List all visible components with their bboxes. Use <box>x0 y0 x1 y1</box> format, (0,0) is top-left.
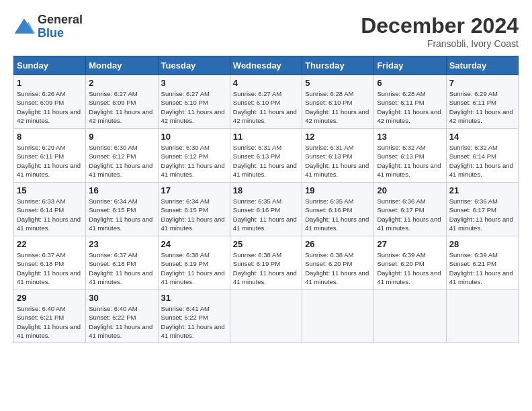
day-info: Sunrise: 6:35 AM Sunset: 6:16 PM Dayligh… <box>233 197 299 232</box>
day-info: Sunrise: 6:28 AM Sunset: 6:11 PM Dayligh… <box>377 89 443 125</box>
calendar-cell: 26 Sunrise: 6:38 AM Sunset: 6:20 PM Dayl… <box>302 236 374 290</box>
calendar-cell: 8 Sunrise: 6:29 AM Sunset: 6:11 PM Dayli… <box>14 129 86 183</box>
day-number: 20 <box>377 185 443 195</box>
day-info: Sunrise: 6:30 AM Sunset: 6:12 PM Dayligh… <box>161 143 227 179</box>
calendar-cell <box>230 290 302 343</box>
calendar-cell: 15 Sunrise: 6:33 AM Sunset: 6:14 PM Dayl… <box>14 183 86 236</box>
day-info: Sunrise: 6:40 AM Sunset: 6:21 PM Dayligh… <box>17 304 83 340</box>
day-info: Sunrise: 6:27 AM Sunset: 6:09 PM Dayligh… <box>89 89 154 125</box>
day-number: 22 <box>17 239 83 249</box>
day-info: Sunrise: 6:30 AM Sunset: 6:12 PM Dayligh… <box>89 143 154 179</box>
day-number: 15 <box>17 185 83 195</box>
calendar-cell: 23 Sunrise: 6:37 AM Sunset: 6:18 PM Dayl… <box>86 236 158 290</box>
calendar-cell: 9 Sunrise: 6:30 AM Sunset: 6:12 PM Dayli… <box>86 129 158 183</box>
title-section: December 2024 Fransobli, Ivory Coast <box>361 13 519 49</box>
day-number: 18 <box>233 185 299 195</box>
day-number: 9 <box>89 132 154 142</box>
calendar-cell: 11 Sunrise: 6:31 AM Sunset: 6:13 PM Dayl… <box>230 129 302 183</box>
day-info: Sunrise: 6:34 AM Sunset: 6:15 PM Dayligh… <box>161 197 227 232</box>
day-info: Sunrise: 6:36 AM Sunset: 6:17 PM Dayligh… <box>377 197 443 232</box>
day-number: 12 <box>305 132 371 142</box>
day-number: 17 <box>161 185 227 195</box>
day-number: 6 <box>377 78 443 88</box>
day-number: 16 <box>89 185 154 195</box>
day-number: 27 <box>377 239 443 249</box>
calendar-cell: 17 Sunrise: 6:34 AM Sunset: 6:15 PM Dayl… <box>158 183 230 236</box>
day-number: 4 <box>233 78 299 88</box>
day-info: Sunrise: 6:35 AM Sunset: 6:16 PM Dayligh… <box>305 197 371 232</box>
weekday-header: Thursday <box>302 56 374 75</box>
calendar-cell: 29 Sunrise: 6:40 AM Sunset: 6:21 PM Dayl… <box>14 290 86 343</box>
day-info: Sunrise: 6:32 AM Sunset: 6:13 PM Dayligh… <box>377 143 443 179</box>
calendar-cell <box>374 290 446 343</box>
calendar-table: SundayMondayTuesdayWednesdayThursdayFrid… <box>13 56 519 343</box>
calendar-cell: 2 Sunrise: 6:27 AM Sunset: 6:09 PM Dayli… <box>86 75 158 129</box>
day-info: Sunrise: 6:27 AM Sunset: 6:10 PM Dayligh… <box>233 89 299 125</box>
calendar-cell: 18 Sunrise: 6:35 AM Sunset: 6:16 PM Dayl… <box>230 183 302 236</box>
calendar-cell: 4 Sunrise: 6:27 AM Sunset: 6:10 PM Dayli… <box>230 75 302 129</box>
calendar-week-row: 1 Sunrise: 6:26 AM Sunset: 6:09 PM Dayli… <box>14 75 519 129</box>
day-number: 21 <box>449 185 515 195</box>
month-title: December 2024 <box>361 13 519 38</box>
weekday-header: Wednesday <box>230 56 302 75</box>
calendar-cell: 16 Sunrise: 6:34 AM Sunset: 6:15 PM Dayl… <box>86 183 158 236</box>
day-info: Sunrise: 6:27 AM Sunset: 6:10 PM Dayligh… <box>161 89 227 125</box>
day-number: 28 <box>449 239 515 249</box>
day-number: 2 <box>89 78 154 88</box>
logo-icon <box>13 17 35 36</box>
day-info: Sunrise: 6:32 AM Sunset: 6:14 PM Dayligh… <box>449 143 515 179</box>
day-number: 13 <box>377 132 443 142</box>
weekday-header-row: SundayMondayTuesdayWednesdayThursdayFrid… <box>14 56 519 75</box>
day-number: 14 <box>449 132 515 142</box>
day-number: 26 <box>305 239 371 249</box>
weekday-header: Friday <box>374 56 446 75</box>
day-info: Sunrise: 6:39 AM Sunset: 6:20 PM Dayligh… <box>377 250 443 286</box>
day-info: Sunrise: 6:36 AM Sunset: 6:17 PM Dayligh… <box>449 197 515 232</box>
calendar-cell: 27 Sunrise: 6:39 AM Sunset: 6:20 PM Dayl… <box>374 236 446 290</box>
day-number: 29 <box>17 293 83 303</box>
calendar-cell: 30 Sunrise: 6:40 AM Sunset: 6:22 PM Dayl… <box>86 290 158 343</box>
logo: General Blue <box>13 13 83 40</box>
calendar-cell: 12 Sunrise: 6:31 AM Sunset: 6:13 PM Dayl… <box>302 129 374 183</box>
day-number: 10 <box>161 132 227 142</box>
calendar-cell: 7 Sunrise: 6:29 AM Sunset: 6:11 PM Dayli… <box>446 75 518 129</box>
logo-text: General Blue <box>38 13 83 40</box>
calendar-cell: 1 Sunrise: 6:26 AM Sunset: 6:09 PM Dayli… <box>14 75 86 129</box>
calendar-cell: 3 Sunrise: 6:27 AM Sunset: 6:10 PM Dayli… <box>158 75 230 129</box>
day-number: 7 <box>449 78 515 88</box>
calendar-week-row: 8 Sunrise: 6:29 AM Sunset: 6:11 PM Dayli… <box>14 129 519 183</box>
day-info: Sunrise: 6:39 AM Sunset: 6:21 PM Dayligh… <box>449 250 515 286</box>
day-number: 8 <box>17 132 83 142</box>
day-info: Sunrise: 6:34 AM Sunset: 6:15 PM Dayligh… <box>89 197 154 232</box>
day-number: 19 <box>305 185 371 195</box>
calendar-cell: 19 Sunrise: 6:35 AM Sunset: 6:16 PM Dayl… <box>302 183 374 236</box>
calendar-cell: 20 Sunrise: 6:36 AM Sunset: 6:17 PM Dayl… <box>374 183 446 236</box>
day-info: Sunrise: 6:37 AM Sunset: 6:18 PM Dayligh… <box>17 250 83 286</box>
calendar-week-row: 22 Sunrise: 6:37 AM Sunset: 6:18 PM Dayl… <box>14 236 519 290</box>
weekday-header: Sunday <box>14 56 86 75</box>
day-info: Sunrise: 6:26 AM Sunset: 6:09 PM Dayligh… <box>17 89 83 125</box>
location: Fransobli, Ivory Coast <box>361 38 519 49</box>
day-info: Sunrise: 6:37 AM Sunset: 6:18 PM Dayligh… <box>89 250 154 286</box>
page-header: General Blue December 2024 Fransobli, Iv… <box>13 13 519 49</box>
day-info: Sunrise: 6:41 AM Sunset: 6:22 PM Dayligh… <box>161 304 227 340</box>
calendar-cell: 28 Sunrise: 6:39 AM Sunset: 6:21 PM Dayl… <box>446 236 518 290</box>
day-number: 3 <box>161 78 227 88</box>
day-info: Sunrise: 6:28 AM Sunset: 6:10 PM Dayligh… <box>305 89 371 125</box>
weekday-header: Tuesday <box>158 56 230 75</box>
calendar-cell: 10 Sunrise: 6:30 AM Sunset: 6:12 PM Dayl… <box>158 129 230 183</box>
calendar-week-row: 29 Sunrise: 6:40 AM Sunset: 6:21 PM Dayl… <box>14 290 519 343</box>
calendar-cell <box>446 290 518 343</box>
calendar-cell: 22 Sunrise: 6:37 AM Sunset: 6:18 PM Dayl… <box>14 236 86 290</box>
day-info: Sunrise: 6:38 AM Sunset: 6:19 PM Dayligh… <box>233 250 299 286</box>
day-number: 1 <box>17 78 83 88</box>
calendar-cell: 24 Sunrise: 6:38 AM Sunset: 6:19 PM Dayl… <box>158 236 230 290</box>
day-number: 30 <box>89 293 154 303</box>
day-number: 11 <box>233 132 299 142</box>
calendar-cell: 31 Sunrise: 6:41 AM Sunset: 6:22 PM Dayl… <box>158 290 230 343</box>
calendar-cell: 25 Sunrise: 6:38 AM Sunset: 6:19 PM Dayl… <box>230 236 302 290</box>
day-info: Sunrise: 6:31 AM Sunset: 6:13 PM Dayligh… <box>233 143 299 179</box>
day-number: 24 <box>161 239 227 249</box>
day-info: Sunrise: 6:31 AM Sunset: 6:13 PM Dayligh… <box>305 143 371 179</box>
day-info: Sunrise: 6:29 AM Sunset: 6:11 PM Dayligh… <box>17 143 83 179</box>
